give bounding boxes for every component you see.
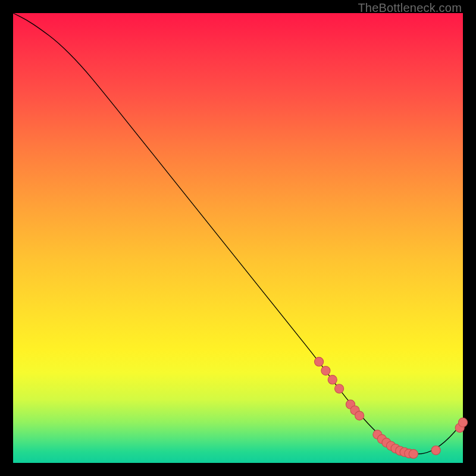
data-marker — [409, 449, 418, 458]
data-marker — [321, 366, 330, 375]
data-marker — [328, 375, 337, 384]
data-marker — [335, 384, 344, 393]
chart-stage: TheBottleneck.com — [0, 0, 476, 476]
marker-layer — [315, 357, 468, 458]
plot-area — [13, 13, 463, 463]
data-marker — [458, 418, 467, 427]
bottleneck-curve — [13, 13, 463, 454]
data-marker — [315, 357, 324, 366]
data-marker — [431, 446, 440, 455]
data-marker — [355, 411, 364, 420]
chart-svg — [13, 13, 463, 463]
